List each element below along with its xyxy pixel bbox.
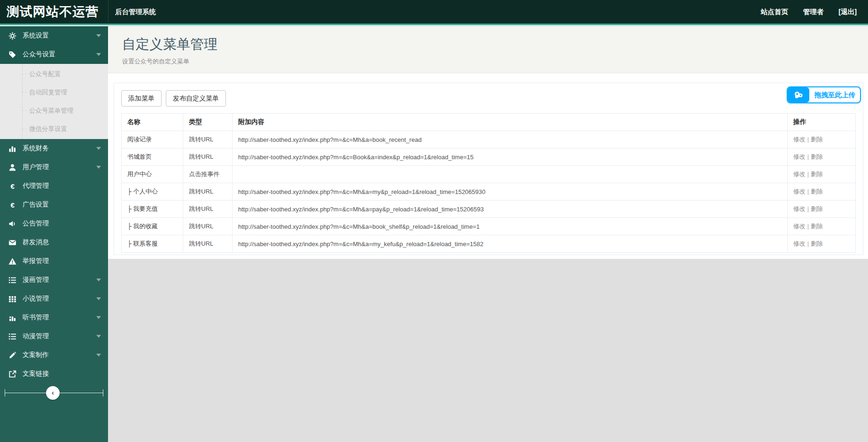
sidebar-item-finance[interactable]: 系统财务 <box>0 139 108 158</box>
edit-link[interactable]: 修改 <box>793 136 806 143</box>
megaphone-icon <box>7 220 17 228</box>
delete-link[interactable]: 删除 <box>811 205 823 212</box>
sidebar-collapse-handle[interactable]: ‹ <box>46 386 60 400</box>
sidebar-item-audiobook-management[interactable]: 听书管理 <box>0 308 108 327</box>
table-row: 阅读记录 跳转URL http://saber-toothed.xyz/inde… <box>122 131 856 148</box>
sidebar-item-announcement[interactable]: 公告管理 <box>0 214 108 233</box>
site-logo: 测试网站不运营 <box>0 3 108 20</box>
chevron-down-icon <box>96 316 101 319</box>
gear-icon <box>7 32 17 40</box>
svg-text:€: € <box>10 201 15 209</box>
page-title: 自定义菜单管理 <box>122 35 854 54</box>
sidebar-subitem-wechat-share[interactable]: 微信分享设置 <box>0 120 108 138</box>
delete-link[interactable]: 删除 <box>811 188 823 195</box>
delete-link[interactable]: 删除 <box>811 171 823 178</box>
chevron-down-icon <box>96 147 101 150</box>
edit-link[interactable]: 修改 <box>793 205 806 212</box>
compose-icon <box>7 351 17 359</box>
sidebar-item-label: 漫画管理 <box>23 276 49 284</box>
menu-name-cell: ├ 个人中心 <box>122 183 183 201</box>
sidebar-item-label: 文案制作 <box>23 351 49 359</box>
menu-content-cell: http://saber-toothed.xyz/index.php?m=&c=… <box>232 183 788 201</box>
sidebar-item-report-management[interactable]: 举报管理 <box>0 252 108 271</box>
sidebar-item-ad-settings[interactable]: € 广告设置 <box>0 195 108 214</box>
menu-name-cell: 阅读记录 <box>122 131 183 148</box>
sidebar-item-anime-management[interactable]: 动漫管理 <box>0 327 108 346</box>
sidebar-item-copywriting-create[interactable]: 文案制作 <box>0 346 108 364</box>
menu-type-cell: 跳转URL <box>183 148 232 166</box>
user-icon <box>7 163 17 171</box>
chevron-left-icon: ‹ <box>52 389 54 396</box>
sidebar-item-user-management[interactable]: 用户管理 <box>0 158 108 177</box>
delete-link[interactable]: 删除 <box>811 153 823 160</box>
header-nav: 站点首页 管理者 [退出] <box>761 8 868 16</box>
operations-cell: 修改|删除 <box>787 166 855 183</box>
header-divider <box>108 0 108 24</box>
sidebar-item-broadcast-message[interactable]: 群发消息 <box>0 233 108 252</box>
page-subtitle: 设置公众号的自定义菜单 <box>122 57 854 66</box>
sidebar-item-label: 听书管理 <box>23 313 49 322</box>
sidebar-subitem-label: 公众号配置 <box>29 70 61 78</box>
sidebar-item-copywriting-link[interactable]: 文案链接 <box>0 364 108 383</box>
operations-cell: 修改|删除 <box>787 218 855 235</box>
menu-name-cell: ├ 我的收藏 <box>122 218 183 235</box>
sidebar-item-novel-management[interactable]: 小说管理 <box>0 289 108 308</box>
sidebar-subitem-label: 公众号菜单管理 <box>29 107 74 115</box>
site-home-link[interactable]: 站点首页 <box>761 8 788 16</box>
top-header-bar: 测试网站不运营 后台管理系统 站点首页 管理者 [退出] <box>0 0 868 25</box>
euro-icon: € <box>7 182 17 190</box>
sidebar-item-label: 系统设置 <box>23 31 49 40</box>
table-row: ├ 我的收藏 跳转URL http://saber-toothed.xyz/in… <box>122 218 856 235</box>
edit-link[interactable]: 修改 <box>793 223 806 230</box>
menu-content-cell: http://saber-toothed.xyz/index.php?m=&c=… <box>232 235 788 253</box>
separator: | <box>807 240 809 247</box>
wechat-settings-submenu: 公众号配置 自动回复管理 公众号菜单管理 微信分享设置 <box>0 64 108 139</box>
menu-type-cell: 跳转URL <box>183 201 232 218</box>
edit-link[interactable]: 修改 <box>793 188 806 195</box>
operations-cell: 修改|删除 <box>787 183 855 201</box>
menu-type-cell: 跳转URL <box>183 218 232 235</box>
sidebar-item-label: 文案链接 <box>23 370 49 378</box>
sidebar-subitem-wechat-config[interactable]: 公众号配置 <box>0 65 108 83</box>
menu-content-cell: http://saber-toothed.xyz/index.php?m=&c=… <box>232 201 788 218</box>
dash-decoration <box>22 110 26 111</box>
drag-upload-widget[interactable]: 拖拽至此上传 <box>787 86 861 103</box>
sidebar-item-system-settings[interactable]: 系统设置 <box>0 26 108 45</box>
sidebar-item-label: 广告设置 <box>23 201 49 209</box>
table-row: 用户中心 点击推事件 修改|删除 <box>122 166 856 183</box>
warning-icon <box>7 257 17 265</box>
delete-link[interactable]: 删除 <box>811 240 823 247</box>
chevron-down-icon <box>96 166 101 169</box>
edit-link[interactable]: 修改 <box>793 153 806 160</box>
sidebar-subitem-label: 微信分享设置 <box>29 125 67 133</box>
sidebar-resize-slider[interactable]: ‹ <box>5 393 103 393</box>
sidebar-item-label: 公众号设置 <box>23 50 55 59</box>
edit-link[interactable]: 修改 <box>793 240 806 247</box>
separator: | <box>807 136 809 143</box>
sidebar-subitem-label: 自动回复管理 <box>29 88 67 97</box>
custom-menu-table: 名称 类型 附加内容 操作 阅读记录 跳转URL http://saber-to… <box>121 113 856 253</box>
content-section: 添加菜单 发布自定义菜单 拖拽至此上传 名称 类型 附加内容 操作 <box>108 73 868 259</box>
delete-link[interactable]: 删除 <box>811 136 823 143</box>
edit-link[interactable]: 修改 <box>793 171 806 178</box>
dash-decoration <box>22 92 26 93</box>
column-header-content: 附加内容 <box>232 114 788 131</box>
column-header-type: 类型 <box>183 114 232 131</box>
envelope-icon <box>7 239 17 247</box>
operations-cell: 修改|删除 <box>787 131 855 148</box>
list-icon <box>7 276 17 284</box>
table-row: ├ 联系客服 跳转URL http://saber-toothed.xyz/in… <box>122 235 856 253</box>
chevron-down-icon <box>96 354 101 357</box>
sidebar-item-comic-management[interactable]: 漫画管理 <box>0 271 108 289</box>
delete-link[interactable]: 删除 <box>811 223 823 230</box>
logout-link[interactable]: [退出] <box>838 8 857 16</box>
page-header: 自定义菜单管理 设置公众号的自定义菜单 <box>108 26 868 73</box>
bar-chart-icon <box>7 145 17 153</box>
sidebar-subitem-wechat-menu[interactable]: 公众号菜单管理 <box>0 101 108 120</box>
sidebar-item-wechat-settings[interactable]: 公众号设置 <box>0 45 108 64</box>
sidebar-subitem-auto-reply[interactable]: 自动回复管理 <box>0 83 108 101</box>
add-menu-button[interactable]: 添加菜单 <box>121 90 162 107</box>
sidebar-item-agent-management[interactable]: € 代理管理 <box>0 177 108 195</box>
admin-user-link[interactable]: 管理者 <box>803 8 824 16</box>
publish-menu-button[interactable]: 发布自定义菜单 <box>166 90 226 107</box>
